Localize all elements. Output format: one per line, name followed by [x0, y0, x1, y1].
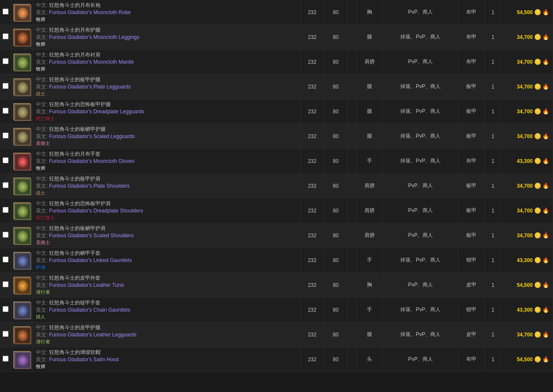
row-checkbox-cell[interactable]	[0, 0, 12, 25]
item-name-en[interactable]: Furious Gladiator's Mooncloth Gloves	[49, 158, 135, 164]
row-checkbox[interactable]	[3, 207, 9, 213]
item-name-cell: 中文: 狂怒角斗士的月布长袍 英文: Furious Gladiator's M…	[33, 0, 301, 25]
coin-icon: 🪙	[534, 59, 541, 65]
item-name-en[interactable]: Furious Gladiator's Dreadplate Legguards	[49, 109, 144, 115]
flame-icon: 🔥	[542, 207, 549, 214]
item-class-row: 牧师	[36, 41, 297, 47]
price-value: 34,700	[517, 233, 533, 239]
item-name-cn: 狂怒角斗士的链甲手套	[49, 300, 101, 306]
item-name-cn: 狂怒角斗士的皮甲外套	[49, 275, 101, 281]
item-ilvl: 232	[300, 347, 324, 372]
row-checkbox[interactable]	[3, 331, 9, 337]
item-class-row: 圣骑士	[36, 140, 297, 147]
item-icon	[13, 301, 30, 318]
svg-point-68	[21, 235, 24, 238]
row-checkbox[interactable]	[3, 133, 9, 139]
svg-point-61	[21, 210, 24, 213]
item-count: 1	[485, 347, 502, 372]
row-checkbox[interactable]	[3, 182, 9, 188]
item-name-cn-row: 中文: 狂怒角斗士的皮甲护腿	[36, 324, 297, 331]
row-checkbox[interactable]	[3, 9, 9, 15]
row-checkbox[interactable]	[3, 232, 9, 238]
item-name-en[interactable]: Furious Gladiator's Mooncloth Leggings	[49, 34, 139, 40]
item-level: 80	[324, 149, 347, 174]
item-name-en-row: 英文: Furious Gladiator's Scaled Legguards	[36, 133, 297, 140]
item-name-en[interactable]: Furious Gladiator's Scaled Shoulders	[49, 233, 134, 239]
row-checkbox-cell[interactable]	[0, 273, 12, 298]
row-checkbox[interactable]	[3, 83, 9, 89]
item-count: 1	[485, 273, 502, 298]
row-checkbox-cell[interactable]	[0, 149, 12, 174]
item-name-cn-row: 中文: 狂怒角斗士的板鳞甲护肩	[36, 225, 297, 232]
cn-label: 中文:	[36, 275, 49, 281]
row-checkbox[interactable]	[3, 306, 9, 312]
item-name-en[interactable]: Furious Gladiator's Linked Gauntlets	[49, 257, 132, 263]
coin-icon: 🪙	[534, 232, 541, 239]
row-checkbox-cell[interactable]	[0, 198, 12, 223]
item-slot-empty	[347, 298, 356, 322]
item-class-row: 圣骑士	[36, 239, 297, 246]
row-checkbox-cell[interactable]	[0, 322, 12, 347]
row-checkbox-cell[interactable]	[0, 248, 12, 273]
table-row: 中文: 狂怒角斗士的板鳞甲护腿 英文: Furious Gladiator's …	[0, 124, 553, 149]
item-name-en[interactable]: Furious Gladiator's Satin Hood	[49, 357, 119, 363]
row-checkbox-cell[interactable]	[0, 223, 12, 248]
item-name-en[interactable]: Furious Gladiator's Dreadplate Shoulders	[49, 208, 143, 214]
table-row: 中文: 狂怒角斗士的月布长袍 英文: Furious Gladiator's M…	[0, 0, 553, 25]
table-row: 中文: 狂怒角斗士的鳞甲手套 英文: Furious Gladiator's L…	[0, 248, 553, 273]
row-checkbox[interactable]	[3, 281, 9, 287]
item-name-cn: 狂怒角斗士的板甲护肩	[49, 176, 101, 182]
item-name-cell: 中文: 狂怒角斗士的板甲护肩 英文: Furious Gladiator's P…	[33, 174, 301, 198]
row-checkbox[interactable]	[3, 157, 9, 163]
item-class-row: 战士	[36, 91, 297, 97]
row-checkbox[interactable]	[3, 356, 9, 362]
item-slot-empty	[347, 273, 356, 298]
item-name-en[interactable]: Furious Gladiator's Plate Shoulders	[49, 183, 130, 189]
row-checkbox-cell[interactable]	[0, 50, 12, 74]
item-name-en[interactable]: Furious Gladiator's Mooncloth Mantle	[49, 59, 134, 65]
row-checkbox-cell[interactable]	[0, 25, 12, 50]
row-checkbox-cell[interactable]	[0, 124, 12, 149]
flame-icon: 🔥	[542, 34, 549, 40]
item-name-cell: 中文: 狂怒角斗士的恐怖板甲护肩 英文: Furious Gladiator's…	[33, 198, 301, 223]
row-checkbox-cell[interactable]	[0, 99, 12, 124]
item-name-en[interactable]: Furious Gladiator's Scaled Legguards	[49, 133, 135, 139]
item-name-cn-row: 中文: 狂怒角斗士的月布衬肩	[36, 51, 297, 59]
item-slot-empty	[347, 174, 356, 198]
row-checkbox-cell[interactable]	[0, 174, 12, 198]
item-class: 猎人	[36, 314, 45, 319]
item-name-en[interactable]: Furious Gladiator's Plate Legguards	[49, 84, 131, 90]
item-price: 34,700 🪙 🔥	[502, 50, 553, 74]
item-info: 中文: 狂怒角斗士的皮甲护腿 英文: Furious Gladiator's L…	[36, 324, 297, 345]
table-row: 中文: 狂怒角斗士的恐怖板甲护肩 英文: Furious Gladiator's…	[0, 198, 553, 223]
item-count: 1	[485, 198, 502, 223]
cn-label: 中文:	[36, 324, 49, 330]
item-class-row: 牧师	[36, 66, 297, 72]
item-price: 34,700 🪙 🔥	[502, 25, 553, 50]
price-value: 54,500	[517, 9, 533, 15]
row-checkbox-cell[interactable]	[0, 347, 12, 372]
row-checkbox[interactable]	[3, 108, 9, 114]
item-name-cn-row: 中文: 狂怒角斗士的恐怖板甲护肩	[36, 200, 297, 207]
row-checkbox-cell[interactable]	[0, 298, 12, 322]
row-checkbox[interactable]	[3, 33, 9, 39]
item-class-row: 死亡骑士	[36, 215, 297, 221]
item-source: PvP、商人	[383, 50, 458, 74]
row-checkbox-cell[interactable]	[0, 74, 12, 99]
item-name-en[interactable]: Furious Gladiator's Leather Legguards	[49, 332, 136, 338]
row-checkbox[interactable]	[3, 256, 9, 262]
svg-point-54	[21, 185, 24, 189]
item-class: 战士	[36, 190, 45, 195]
item-name-en-row: 英文: Furious Gladiator's Leather Tunic	[36, 282, 297, 289]
item-name-en[interactable]: Furious Gladiator's Leather Tunic	[49, 282, 124, 288]
item-info: 中文: 狂怒角斗士的板甲护肩 英文: Furious Gladiator's P…	[36, 175, 297, 196]
item-class-row: 死亡骑士	[36, 115, 297, 122]
row-checkbox[interactable]	[3, 58, 9, 64]
item-info: 中文: 狂怒角斗士的板鳞甲护肩 英文: Furious Gladiator's …	[36, 225, 297, 246]
item-source: 掉落、PvP、商人	[383, 248, 458, 273]
cn-label: 中文:	[36, 349, 49, 355]
item-name-en[interactable]: Furious Gladiator's Chain Gauntlets	[49, 307, 130, 313]
item-name-en[interactable]: Furious Gladiator's Mooncloth Robe	[49, 9, 131, 15]
item-ilvl: 232	[300, 322, 324, 347]
item-icon-cell	[12, 298, 33, 322]
